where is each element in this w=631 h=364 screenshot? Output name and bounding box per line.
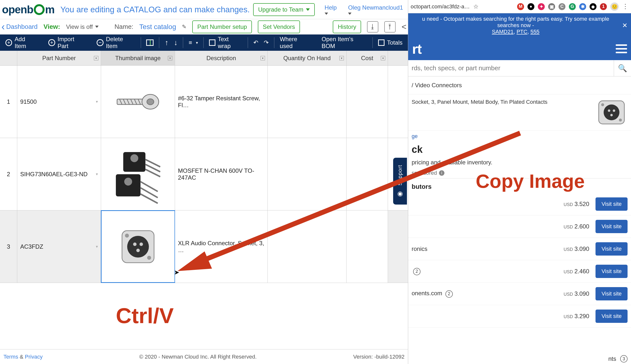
upload-icon[interactable]: ⭱ — [384, 21, 396, 32]
cell-cost[interactable] — [346, 66, 388, 138]
distributor-price: USD3.090 — [564, 290, 589, 297]
import-part-button[interactable]: + Import Part — [43, 34, 91, 51]
col-description[interactable]: Description ▾ — [175, 51, 268, 65]
cell-thumbnail[interactable] — [101, 66, 175, 138]
banner-link[interactable]: PTC — [517, 28, 528, 35]
back-dashboard-link[interactable]: Dashboard — [2, 21, 38, 32]
banner-link[interactable]: SAMD21 — [492, 28, 514, 35]
visit-site-button[interactable]: Visit site — [596, 198, 628, 211]
banner-link[interactable]: 555 — [530, 28, 540, 35]
history-button[interactable]: History — [333, 20, 361, 33]
totals-label: Totals — [387, 39, 402, 46]
extension-icon[interactable]: ✦ — [538, 3, 545, 10]
extension-icon[interactable]: C — [558, 3, 566, 10]
table-row[interactable]: 2 SIHG73N60AEL-GE3-ND▾ — [0, 138, 408, 210]
extension-icon[interactable]: ✱ — [579, 3, 586, 10]
cell-description[interactable]: MOSFET N-CHAN 600V TO-247AC — [175, 138, 268, 210]
chevron-down-icon — [324, 12, 328, 15]
gmail-icon[interactable]: M — [517, 3, 524, 10]
filter-icon[interactable]: ▾ — [340, 56, 344, 60]
cell-thumbnail-selected[interactable] — [101, 210, 175, 283]
visit-site-button[interactable]: Visit site — [596, 287, 628, 300]
visit-site-button[interactable]: Visit site — [596, 242, 628, 256]
set-vendors-button[interactable]: Set Vendors — [258, 20, 300, 33]
part-thumbnail[interactable] — [596, 99, 628, 126]
distributor-name-fragment[interactable]: ronics — [412, 246, 564, 252]
svg-point-30 — [608, 110, 610, 112]
user-menu[interactable]: Oleg Newmancloud1 — [348, 4, 403, 15]
pencil-icon[interactable]: ✎ — [182, 24, 186, 30]
distributor-name-fragment[interactable]: 2 — [412, 268, 564, 275]
profile-avatar[interactable]: 🙂 — [610, 2, 619, 11]
totals-toggle[interactable]: Totals — [373, 34, 408, 51]
cell-quantity[interactable] — [268, 210, 346, 283]
chevron-down-icon[interactable]: ▾ — [96, 244, 98, 249]
upgrade-button[interactable]: Upgrade to Team — [253, 3, 315, 16]
move-down-button[interactable]: ↓ — [174, 34, 183, 51]
share-icon[interactable]: < — [402, 22, 406, 32]
privacy-link[interactable]: Privacy — [25, 354, 43, 360]
filter-icon[interactable]: ▾ — [94, 56, 98, 60]
filter-icon[interactable]: ▾ — [381, 56, 385, 60]
col-quantity[interactable]: Quantity On Hand ▾ — [268, 51, 346, 65]
star-icon[interactable]: ☆ — [473, 3, 479, 10]
cell-quantity[interactable] — [268, 138, 346, 210]
download-icon[interactable]: ⭳ — [367, 21, 378, 32]
browser-menu-icon[interactable]: ⋮ — [622, 3, 628, 10]
filter-icon[interactable]: ▾ — [260, 56, 265, 60]
import-part-label: Import Part — [58, 36, 86, 50]
openbom-logo[interactable]: openb m — [2, 4, 54, 16]
move-up-button[interactable]: ↑ — [159, 34, 174, 51]
search-icon[interactable]: 🔍 — [614, 60, 631, 76]
col-thumbnail[interactable]: Thumbnail image ▾ — [101, 51, 175, 65]
distributor-name-fragment[interactable]: onents.com 2 — [412, 290, 564, 298]
cell-cost[interactable] — [346, 210, 388, 283]
support-tab[interactable]: Support ◉ — [393, 158, 407, 204]
terms-link[interactable]: Terms — [4, 354, 18, 360]
hamburger-icon[interactable] — [616, 44, 627, 53]
redo-button[interactable]: ↷ — [264, 34, 274, 51]
table-layout-button[interactable] — [141, 34, 159, 51]
breadcrumb-fragment[interactable]: / Video Connectors — [408, 76, 631, 94]
stock-heading-fragment: ck — [408, 142, 631, 157]
chevron-down-icon[interactable]: ▾ — [96, 172, 98, 176]
align-button[interactable]: ≡▾ — [183, 34, 203, 51]
cell-part-number[interactable]: AC3FDZ▾ — [17, 210, 101, 283]
close-icon[interactable]: ✕ — [622, 22, 628, 29]
table-row[interactable]: 1 91500▾ #6-32 Tamper Resist — [0, 66, 408, 138]
extension-icon[interactable]: G — [569, 3, 576, 10]
add-item-button[interactable]: + Add Item — [0, 34, 43, 51]
col-cost[interactable]: Cost ▾ — [346, 51, 388, 65]
delete-item-button[interactable]: − Delete Item — [91, 34, 140, 51]
cell-description[interactable]: #6-32 Tamper Resistant Screw, Fl… — [175, 66, 268, 138]
undo-button[interactable]: ↶ — [248, 34, 264, 51]
extension-icon[interactable]: ● — [528, 3, 534, 10]
search-input[interactable] — [408, 64, 614, 72]
text-wrap-toggle[interactable]: Text wrap — [204, 34, 248, 51]
visit-site-button[interactable]: Visit site — [596, 310, 628, 323]
chevron-down-icon[interactable]: ▾ — [96, 99, 98, 104]
address-bar[interactable]: octopart.com/ac3fdz-a… — [411, 4, 470, 10]
part-number-setup-button[interactable]: Part Number setup — [192, 20, 252, 33]
cell-part-number[interactable]: 91500▾ — [17, 66, 101, 138]
open-item-bom-button[interactable]: Open Item's BOM — [316, 34, 373, 51]
info-icon[interactable]: i — [439, 170, 444, 176]
logo-text-post: m — [45, 4, 54, 16]
cell-cost[interactable] — [346, 138, 388, 210]
cell-part-number[interactable]: SIHG73N60AEL-GE3-ND▾ — [17, 138, 101, 210]
col-part-number[interactable]: Part Number ▾ — [17, 51, 101, 65]
extension-icon[interactable]: 1 — [600, 3, 607, 10]
visit-site-button[interactable]: Visit site — [596, 265, 628, 278]
cell-quantity[interactable] — [268, 66, 346, 138]
cell-thumbnail[interactable] — [101, 138, 175, 210]
view-dropdown[interactable]: View is off — [66, 24, 99, 30]
extension-icon[interactable]: ◆ — [590, 3, 596, 10]
where-used-button[interactable]: Where used — [274, 34, 316, 51]
cell-description[interactable]: XLR Audio Connector, Socket, 3, … — [175, 210, 268, 283]
visit-site-button[interactable]: Visit site — [596, 220, 628, 233]
table-row[interactable]: 3 AC3FDZ▾ XLR Audio Connector, Socket, 3… — [0, 210, 408, 283]
image-link-fragment[interactable]: ge — [408, 130, 631, 142]
extension-icon[interactable]: ▣ — [548, 3, 555, 10]
help-menu[interactable]: Help — [324, 4, 337, 15]
filter-icon[interactable]: ▾ — [168, 56, 172, 60]
